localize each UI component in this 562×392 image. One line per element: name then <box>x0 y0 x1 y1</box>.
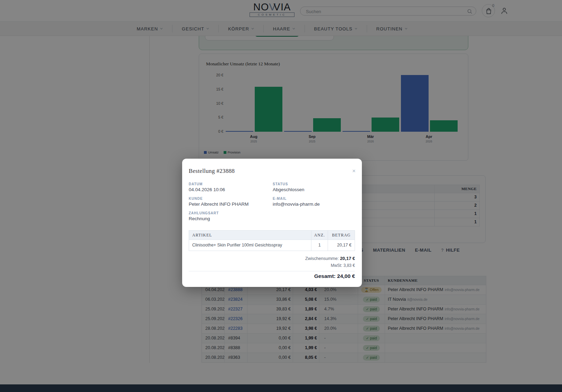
field-label: E-MAIL <box>273 197 355 200</box>
modal-fields: DATUM04.04.2026 10:06STATUSAbgeschlossen… <box>189 182 355 221</box>
total-row: Gesamt: 24,00 € <box>189 273 355 279</box>
field-value: Rechnung <box>189 216 273 221</box>
field-label: ZAHLUNGSART <box>189 211 273 215</box>
order-modal: Bestellung #23888 × DATUM04.04.2026 10:0… <box>182 159 362 287</box>
item-name: Clinisoothe+ Skin Purifier 100ml Gesicht… <box>189 240 311 251</box>
field-value: Abgeschlossen <box>273 187 355 192</box>
modal-field: STATUSAbgeschlossen <box>273 182 355 192</box>
modal-field: ZAHLUNGSARTRechnung <box>189 211 273 221</box>
modal-field: DATUM04.04.2026 10:06 <box>189 182 273 192</box>
vat-row: MwSt: 3,83 € <box>189 263 355 268</box>
item-amount: 20,17 € <box>328 240 355 251</box>
modal-field: E-MAILinfo@novvia-pharm.de <box>273 197 355 207</box>
field-label: STATUS <box>273 182 355 186</box>
totals-divider <box>189 271 355 271</box>
field-label: DATUM <box>189 182 273 186</box>
subtotal-row: Zwischensumme: 20,17 € <box>189 256 355 261</box>
modal-items-header: ARTIKEL ANZ. BETRAG <box>189 231 355 240</box>
modal-item-row: Clinisoothe+ Skin Purifier 100ml Gesicht… <box>189 240 355 251</box>
modal-field: KUNDEPeter Albrecht INFO PHARM <box>189 197 273 207</box>
item-qty: 1 <box>311 240 328 251</box>
modal-title: Bestellung #23888 <box>189 168 235 175</box>
modal-items-table: ARTIKEL ANZ. BETRAG Clinisoothe+ Skin Pu… <box>189 230 355 251</box>
field-value: Peter Albrecht INFO PHARM <box>189 202 273 207</box>
field-value: info@novvia-pharm.de <box>273 202 355 207</box>
field-label: KUNDE <box>189 197 273 200</box>
close-icon[interactable]: × <box>352 168 356 174</box>
field-value: 04.04.2026 10:06 <box>189 187 273 192</box>
page: NOVVIA COSMETIC 0 MARKENGESICHTKÖRPERHAA… <box>0 0 562 392</box>
